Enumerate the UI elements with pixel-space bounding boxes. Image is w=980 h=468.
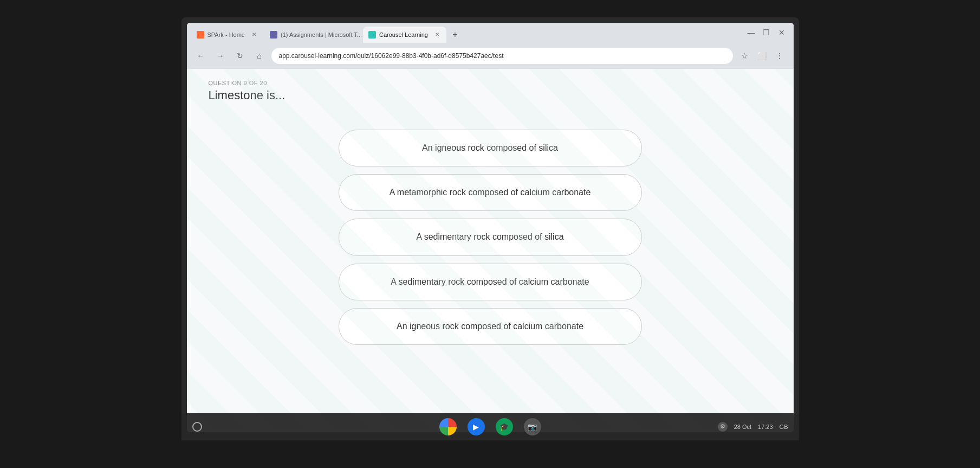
page-content: QUESTION 9 OF 20 Limestone is... An igne… [187, 69, 794, 432]
refresh-button[interactable]: ↻ [232, 48, 248, 63]
meet-taskbar-icon[interactable]: ▶ [468, 418, 485, 435]
taskbar-right: ⚙ 28 Oct 17:23 GB [718, 422, 788, 432]
tab-spark[interactable]: SPArk - Home ✕ [191, 27, 263, 43]
carousel-icon [368, 31, 376, 39]
tab-spark-close[interactable]: ✕ [250, 31, 258, 39]
tab-spark-label: SPArk - Home [207, 31, 245, 38]
laptop-frame: — ❐ ✕ SPArk - Home ✕ (1) Assignments | M… [181, 17, 799, 440]
chrome-taskbar-icon[interactable] [439, 418, 457, 435]
back-button[interactable]: ← [193, 48, 209, 63]
answer-option-3[interactable]: A sedimentary rock composed of silica [339, 219, 642, 255]
tab-bar: SPArk - Home ✕ (1) Assignments | Microso… [187, 23, 794, 43]
address-bar: ← → ↻ ⌂ ☆ ⬜ ⋮ [187, 43, 794, 69]
teams-icon [270, 31, 277, 39]
question-text: Limestone is... [209, 88, 772, 102]
window-controls: — ❐ ✕ [746, 27, 787, 38]
taskbar-storage: GB [780, 424, 788, 430]
question-label: QUESTION 9 OF 20 [209, 80, 772, 86]
taskbar-settings-icon[interactable]: ⚙ [718, 422, 728, 432]
screenshot-button[interactable]: ⬜ [755, 48, 770, 63]
answer-option-5[interactable]: An igneous rock composed of calcium carb… [339, 308, 642, 345]
more-button[interactable]: ⋮ [772, 48, 787, 63]
taskbar-date: 28 Oct [734, 424, 751, 430]
answers-container: An igneous rock composed of silica A met… [209, 124, 772, 351]
taskbar-left [192, 422, 202, 432]
minimize-button[interactable]: — [746, 27, 757, 38]
taskbar: ▶ 🎓 📷 ⚙ 28 Oct 17:23 GB [181, 413, 799, 440]
url-input[interactable] [271, 48, 733, 64]
answer-option-4[interactable]: A sedimentary rock composed of calcium c… [339, 264, 642, 300]
home-button[interactable]: ⌂ [252, 48, 267, 63]
browser-actions: ☆ ⬜ ⋮ [737, 48, 787, 63]
spark-icon [197, 31, 204, 39]
tab-carousel[interactable]: Carousel Learning ✕ [363, 27, 446, 43]
tab-teams-label: (1) Assignments | Microsoft T... [281, 31, 362, 38]
classroom-taskbar-icon[interactable]: 🎓 [496, 418, 513, 435]
tab-carousel-label: Carousel Learning [379, 31, 428, 38]
taskbar-time: 17:23 [758, 424, 773, 430]
close-button[interactable]: ✕ [776, 27, 787, 38]
bookmark-button[interactable]: ☆ [737, 48, 752, 63]
tab-carousel-close[interactable]: ✕ [433, 31, 441, 39]
taskbar-circle[interactable] [192, 422, 202, 432]
answer-option-2[interactable]: A metamorphic rock composed of calcium c… [339, 174, 642, 211]
browser-chrome: — ❐ ✕ SPArk - Home ✕ (1) Assignments | M… [187, 23, 794, 69]
tab-teams[interactable]: (1) Assignments | Microsoft T... ✕ [264, 27, 362, 43]
maximize-button[interactable]: ❐ [761, 27, 772, 38]
camera-taskbar-icon[interactable]: 📷 [524, 418, 541, 435]
forward-button[interactable]: → [213, 48, 228, 63]
new-tab-button[interactable]: + [447, 27, 463, 42]
taskbar-center: ▶ 🎓 📷 [439, 418, 541, 435]
answer-option-1[interactable]: An igneous rock composed of silica [339, 130, 642, 166]
browser-window: — ❐ ✕ SPArk - Home ✕ (1) Assignments | M… [187, 23, 794, 432]
